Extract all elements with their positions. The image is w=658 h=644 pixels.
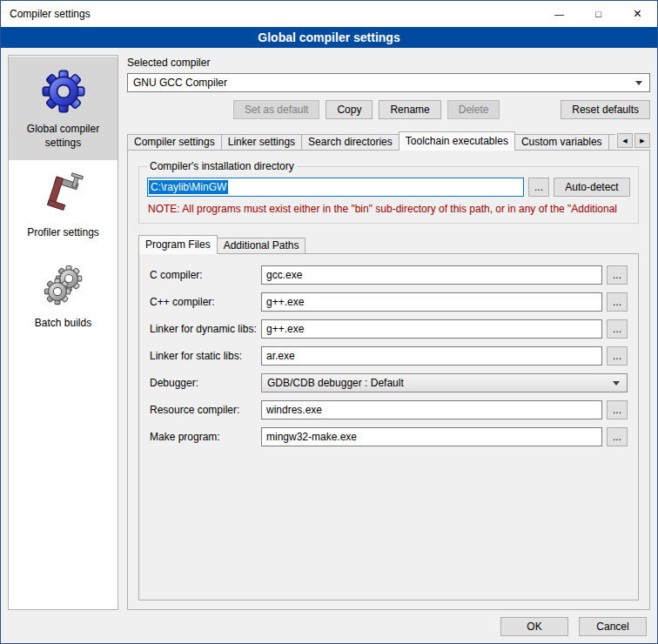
copy-button[interactable]: Copy xyxy=(326,100,373,119)
blue-gear-icon xyxy=(39,67,88,116)
sidebar-item-label: Profiler settings xyxy=(12,226,114,240)
make-program-label: Make program: xyxy=(150,431,261,443)
static-linker-browse-button[interactable]: ... xyxy=(607,346,628,366)
cancel-button[interactable]: Cancel xyxy=(579,617,647,636)
ok-button[interactable]: OK xyxy=(500,617,568,636)
sidebar-item-batch-builds[interactable]: Batch builds xyxy=(9,251,118,341)
tab-build-options[interactable]: Build options xyxy=(608,134,615,151)
category-sidebar: Global compiler settings Profiler settin… xyxy=(8,55,118,610)
tab-scroll-right-icon[interactable]: ▶ xyxy=(634,133,650,148)
c-compiler-input[interactable] xyxy=(261,265,602,285)
form-row-debugger: Debugger: GDB/CDB debugger : Default xyxy=(150,373,628,392)
sidebar-item-label: Batch builds xyxy=(12,317,114,331)
titlebar: Compiler settings — □ × xyxy=(1,1,657,27)
dialog-footer: OK Cancel xyxy=(8,610,650,643)
compiler-settings-window: Compiler settings — □ × Global compiler … xyxy=(0,0,658,644)
program-files-tabstrip: Program Files Additional Paths xyxy=(138,235,639,254)
close-button[interactable]: × xyxy=(618,1,657,27)
sidebar-item-label: Global compiler settings xyxy=(12,123,114,150)
gray-gears-icon xyxy=(39,261,88,310)
dynamic-linker-input[interactable] xyxy=(261,319,602,339)
dynamic-linker-browse-button[interactable]: ... xyxy=(607,319,628,339)
resource-compiler-input[interactable] xyxy=(261,400,602,419)
cpp-compiler-input[interactable] xyxy=(261,292,602,312)
subtab-program-files[interactable]: Program Files xyxy=(138,235,218,254)
installation-directory-groupbox: Compiler's installation directory C:\ray… xyxy=(138,160,639,224)
c-compiler-label: C compiler: xyxy=(150,269,261,281)
form-row-make-program: Make program: ... xyxy=(150,427,628,446)
maximize-button[interactable]: □ xyxy=(579,1,618,27)
selected-compiler-value: GNU GCC Compiler xyxy=(133,77,227,89)
sidebar-item-global-compiler-settings[interactable]: Global compiler settings xyxy=(9,57,118,160)
program-files-page: C compiler: ... C++ compiler: ... xyxy=(138,253,639,600)
form-row-resource-compiler: Resource compiler: ... xyxy=(150,400,628,419)
debugger-dropdown-value: GDB/CDB debugger : Default xyxy=(267,377,404,389)
install-directory-input[interactable]: C:\raylib\MinGW xyxy=(147,178,524,197)
rename-button[interactable]: Rename xyxy=(379,100,440,119)
subtab-additional-paths[interactable]: Additional Paths xyxy=(217,238,306,254)
toolchain-executables-page: Compiler's installation directory C:\ray… xyxy=(127,150,650,610)
tab-custom-variables[interactable]: Custom variables xyxy=(514,134,609,151)
selected-compiler-dropdown[interactable]: GNU GCC Compiler xyxy=(127,73,650,92)
settings-tabstrip: Compiler settings Linker settings Search… xyxy=(127,131,650,151)
resource-compiler-browse-button[interactable]: ... xyxy=(607,400,628,419)
installation-directory-legend: Compiler's installation directory xyxy=(147,160,297,172)
tab-compiler-settings[interactable]: Compiler settings xyxy=(127,134,222,151)
page-title: Global compiler settings xyxy=(1,27,657,48)
chevron-down-icon xyxy=(635,81,642,85)
form-row-dynamic-linker: Linker for dynamic libs: ... xyxy=(150,319,628,339)
form-row-c-compiler: C compiler: ... xyxy=(150,265,628,285)
debugger-dropdown[interactable]: GDB/CDB debugger : Default xyxy=(261,373,628,392)
sidebar-item-profiler-settings[interactable]: Profiler settings xyxy=(9,160,118,251)
tab-scroll-buttons: ◀ ▶ xyxy=(617,133,650,148)
make-program-input[interactable] xyxy=(261,427,602,446)
bin-subdirectory-note: NOTE: All programs must exist either in … xyxy=(148,203,629,215)
tab-scroll-left-icon[interactable]: ◀ xyxy=(617,133,633,148)
window-controls: — □ × xyxy=(540,1,657,27)
dialog-body: Global compiler settings Profiler settin… xyxy=(1,48,657,643)
chevron-down-icon xyxy=(613,381,620,386)
window-title: Compiler settings xyxy=(1,8,91,20)
resource-compiler-label: Resource compiler: xyxy=(150,404,261,416)
tab-linker-settings[interactable]: Linker settings xyxy=(221,134,302,151)
reset-defaults-button[interactable]: Reset defaults xyxy=(561,100,650,119)
make-program-browse-button[interactable]: ... xyxy=(607,427,628,446)
delete-button: Delete xyxy=(447,100,500,119)
tab-toolchain-executables[interactable]: Toolchain executables xyxy=(399,131,515,151)
set-as-default-button: Set as default xyxy=(233,100,319,119)
dynamic-linker-label: Linker for dynamic libs: xyxy=(150,323,261,335)
tab-search-directories[interactable]: Search directories xyxy=(301,134,400,151)
debugger-label: Debugger: xyxy=(150,377,261,389)
main-pane: Selected compiler GNU GCC Compiler Set a… xyxy=(127,55,650,610)
selected-compiler-label: Selected compiler xyxy=(127,57,650,69)
form-row-cpp-compiler: C++ compiler: ... xyxy=(150,292,628,312)
cpp-compiler-browse-button[interactable]: ... xyxy=(607,292,628,312)
c-compiler-browse-button[interactable]: ... xyxy=(607,265,628,285)
auto-detect-button[interactable]: Auto-detect xyxy=(554,178,630,197)
static-linker-input[interactable] xyxy=(261,346,602,366)
cpp-compiler-label: C++ compiler: xyxy=(150,296,261,308)
minimize-button[interactable]: — xyxy=(540,1,579,27)
form-row-static-linker: Linker for static libs: ... xyxy=(150,346,628,366)
compiler-actions: Set as default Copy Rename Delete Reset … xyxy=(127,100,650,119)
install-directory-selected-text: C:\raylib\MinGW xyxy=(149,180,228,194)
static-linker-label: Linker for static libs: xyxy=(150,350,261,362)
clamp-tool-icon xyxy=(39,171,88,219)
install-directory-browse-button[interactable]: ... xyxy=(528,178,549,197)
